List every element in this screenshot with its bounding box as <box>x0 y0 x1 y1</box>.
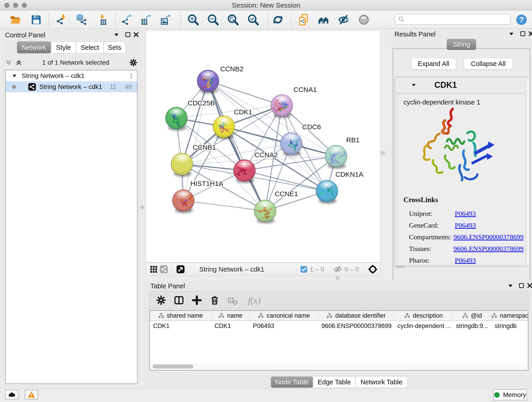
network-options-gear-icon[interactable] <box>129 58 138 67</box>
open-in-window-button[interactable] <box>176 264 186 274</box>
table-cell[interactable]: CDK1 <box>211 321 250 331</box>
tab-sets[interactable]: Sets <box>104 41 126 53</box>
pharos-link[interactable]: P06493 <box>455 256 476 264</box>
expand-all-chevron-icon[interactable] <box>15 59 22 66</box>
table-horizontal-scrollbar[interactable] <box>150 364 527 370</box>
zoom-selected-button[interactable] <box>247 13 260 26</box>
reset-view-crosshair-icon[interactable] <box>368 264 378 274</box>
column-header-description[interactable]: description <box>394 311 453 320</box>
table-cell[interactable]: CDK1 <box>150 321 211 331</box>
cloud-status-button[interactable] <box>5 390 18 400</box>
column-header-namespace[interactable]: namespace <box>491 311 528 320</box>
column-header-canonical-name[interactable]: canonical name <box>250 311 318 320</box>
network-node-cdkn1a[interactable]: CDKN1A <box>316 171 363 204</box>
network-node-ccna1[interactable]: CCNA1 <box>271 86 317 118</box>
delete-table-button[interactable] <box>226 294 239 307</box>
zoom-in-button[interactable] <box>187 13 200 26</box>
open-session-button[interactable] <box>9 13 22 26</box>
collapse-entry-triangle-icon[interactable] <box>411 82 417 88</box>
close-panel-icon[interactable] <box>528 31 532 37</box>
result-card-header[interactable]: CDK1 <box>395 77 528 93</box>
close-window-button[interactable] <box>4 3 9 8</box>
network-badge-button[interactable] <box>159 264 169 274</box>
delete-column-button[interactable] <box>208 294 221 307</box>
tab-select[interactable]: Select <box>76 41 104 53</box>
refresh-button[interactable] <box>272 13 284 26</box>
selected-checkbox-icon[interactable] <box>300 266 307 273</box>
bottom-splitter-handle[interactable] <box>336 276 339 280</box>
network-node-cdc6[interactable]: CDC6 <box>280 123 321 156</box>
memory-button[interactable]: Memory <box>493 389 527 400</box>
hide-selected-button[interactable] <box>337 13 350 26</box>
column-header-name[interactable]: name <box>211 311 250 320</box>
network-node-rb1[interactable]: RB1 <box>325 136 360 169</box>
left-splitter-handle[interactable] <box>140 206 144 209</box>
table-scrollbar-thumb[interactable] <box>152 364 193 369</box>
float-panel-icon[interactable] <box>125 32 131 38</box>
table-cell[interactable]: stringdb <box>491 321 528 331</box>
network-edge[interactable] <box>208 81 282 105</box>
grid-view-button[interactable] <box>149 264 159 274</box>
zoom-out-button[interactable] <box>207 13 220 26</box>
table-cell[interactable]: 9606.ENSP00000378699 <box>318 321 394 331</box>
table-cell[interactable]: cyclin-dependent ... <box>394 321 453 331</box>
network-node-ccna2[interactable]: CCNA2 <box>234 151 278 183</box>
network-edge[interactable] <box>244 171 327 191</box>
float-panel-icon[interactable] <box>520 31 526 37</box>
column-header--id[interactable]: @id <box>453 311 491 320</box>
zoom-fit-button[interactable] <box>227 13 239 26</box>
network-row[interactable]: String Network – cdk1 11 48 <box>6 81 137 92</box>
search-field[interactable] <box>395 14 511 25</box>
show-columns-button[interactable] <box>172 294 185 307</box>
collapse-all-button[interactable]: Collapse All <box>464 58 513 70</box>
expand-triangle-icon[interactable] <box>12 73 17 79</box>
results-vertical-scrollbar[interactable] <box>526 77 529 266</box>
compartments-link[interactable]: 9606.ENSP00000378699 <box>453 233 524 241</box>
first-neighbors-button[interactable] <box>317 13 330 26</box>
network-node-ccnb2[interactable]: CCNB2 <box>197 65 244 94</box>
export-table-button[interactable] <box>140 13 153 26</box>
tab-network-table[interactable]: Network Table <box>355 376 407 388</box>
search-input[interactable] <box>405 15 510 24</box>
tab-edge-table[interactable]: Edge Table <box>313 376 355 388</box>
tissues-link[interactable]: 9606.ENSP00000378699 <box>453 245 524 253</box>
tab-style[interactable]: Style <box>51 41 76 53</box>
close-panel-icon[interactable] <box>526 282 532 289</box>
genecard-link[interactable]: P06493 <box>455 221 476 229</box>
import-table-button[interactable] <box>96 13 109 26</box>
collapse-panel-icon[interactable] <box>507 283 513 289</box>
tab-string[interactable]: String <box>447 39 476 50</box>
network-canvas[interactable]: CCNB2CCNA1CDC25BCDK1CDC6RB1CCNB1CCNA2CDK… <box>146 31 380 262</box>
expand-all-button[interactable]: Expand All <box>411 58 456 70</box>
import-network-file-button[interactable] <box>56 13 68 26</box>
tab-network[interactable]: Network <box>17 41 51 53</box>
collapse-all-chevron-icon[interactable] <box>5 59 12 66</box>
zoom-window-button[interactable] <box>22 3 27 8</box>
right-splitter-handle[interactable] <box>381 151 385 155</box>
float-panel-icon[interactable] <box>518 282 525 289</box>
clone-network-button[interactable] <box>297 13 310 26</box>
close-panel-icon[interactable] <box>133 32 139 38</box>
network-edge[interactable] <box>208 81 265 211</box>
network-node-hist1h1a[interactable]: HIST1H1A <box>172 180 223 213</box>
tab-node-table[interactable]: Node Table <box>271 376 313 388</box>
save-session-button[interactable] <box>30 13 43 26</box>
minimize-window-button[interactable] <box>13 3 18 8</box>
collapse-panel-icon[interactable] <box>114 32 119 38</box>
network-collection-row[interactable]: String Network – cdk1 1 <box>6 70 137 81</box>
column-header-database-identifier[interactable]: database identifier <box>318 311 394 320</box>
warning-status-button[interactable] <box>25 390 38 400</box>
table-cell[interactable]: stringdb:9... <box>453 321 491 331</box>
table-options-button[interactable] <box>155 294 167 307</box>
function-builder-button[interactable]: f(x) <box>244 294 265 307</box>
network-node-ccnb1[interactable]: CCNB1 <box>171 143 216 177</box>
export-network-button[interactable] <box>121 13 133 26</box>
network-edge[interactable] <box>183 201 265 211</box>
show-all-button[interactable] <box>357 13 370 26</box>
import-network-database-button[interactable] <box>75 13 88 26</box>
help-button[interactable]: ? <box>515 13 528 26</box>
export-image-button[interactable] <box>160 13 173 26</box>
collapse-panel-icon[interactable] <box>508 31 514 37</box>
table-cell[interactable]: P06493 <box>250 321 318 331</box>
column-header-shared-name[interactable]: shared name <box>150 311 211 320</box>
